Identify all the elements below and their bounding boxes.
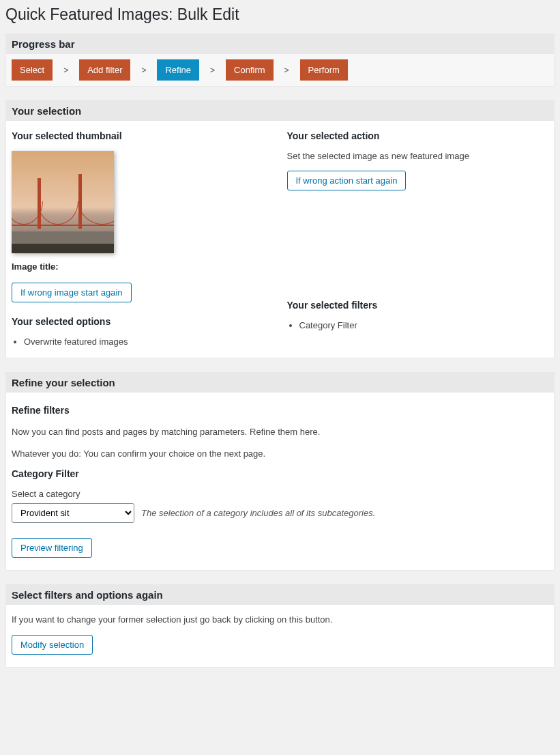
page-title: Quick Featured Images: Bulk Edit <box>5 5 555 24</box>
again-para: If you want to change your former select… <box>12 613 548 627</box>
progress-steps: Select>Add filter>Refine>Confirm>Perform <box>6 54 554 86</box>
chevron-right-icon: > <box>274 66 300 75</box>
selection-section: Your selection Your selected thumbnail I… <box>5 100 555 358</box>
again-section: Select filters and options again If you … <box>5 584 555 668</box>
step-select[interactable]: Select <box>12 59 53 81</box>
thumbnail-preview <box>12 151 114 253</box>
progress-header: Progress bar <box>6 34 554 54</box>
category-select-label: Select a category <box>12 489 548 499</box>
chevron-right-icon: > <box>53 66 79 75</box>
selection-header: Your selection <box>6 101 554 121</box>
list-item: Category Filter <box>299 320 549 330</box>
options-list: Overwrite featured images <box>12 337 274 347</box>
refine-para-2: Whatever you do: You can confirm your ch… <box>12 447 548 461</box>
options-heading: Your selected options <box>12 316 274 327</box>
modify-selection-button[interactable]: Modify selection <box>12 635 93 655</box>
step-perform[interactable]: Perform <box>300 59 348 81</box>
image-title-label: Image title: <box>12 261 274 272</box>
chevron-right-icon: > <box>130 66 157 75</box>
progress-section: Progress bar Select>Add filter>Refine>Co… <box>5 33 555 87</box>
category-select[interactable]: Provident sit <box>12 503 134 523</box>
thumbnail-heading: Your selected thumbnail <box>12 130 274 141</box>
refine-filters-subhead: Refine filters <box>12 405 548 416</box>
wrong-action-button[interactable]: If wrong action start again <box>287 171 407 190</box>
action-description: Set the selected image as new featured i… <box>287 151 549 161</box>
step-confirm[interactable]: Confirm <box>226 59 274 81</box>
step-add-filter[interactable]: Add filter <box>79 59 130 81</box>
thumbnail-column: Your selected thumbnail Image title: If … <box>12 130 274 354</box>
filters-heading: Your selected filters <box>287 300 549 311</box>
chevron-right-icon: > <box>199 66 226 75</box>
category-hint: The selection of a category includes all… <box>141 508 375 518</box>
again-header: Select filters and options again <box>6 585 554 605</box>
refine-section: Refine your selection Refine filters Now… <box>5 372 555 571</box>
action-heading: Your selected action <box>287 130 549 141</box>
category-filter-heading: Category Filter <box>12 468 548 479</box>
action-column: Your selected action Set the selected im… <box>287 130 549 354</box>
wrong-image-button[interactable]: If wrong image start again <box>12 283 132 302</box>
list-item: Overwrite featured images <box>24 337 274 347</box>
filters-list: Category Filter <box>287 320 549 330</box>
refine-para-1: Now you can find posts and pages by matc… <box>12 425 548 439</box>
refine-header: Refine your selection <box>6 373 554 393</box>
preview-filtering-button[interactable]: Preview filtering <box>12 538 92 558</box>
step-refine[interactable]: Refine <box>157 59 199 81</box>
